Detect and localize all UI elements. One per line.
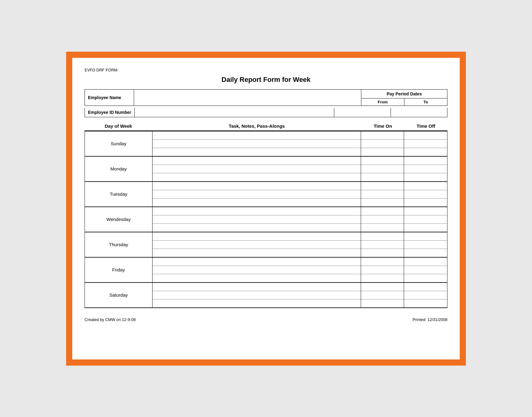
- tasks-line[interactable]: [153, 190, 361, 198]
- time-line[interactable]: [361, 241, 404, 249]
- pay-period-header: Pay Period Dates: [361, 90, 447, 98]
- page-title: Daily Report Form for Week: [85, 76, 447, 84]
- time-off-tuesday: [404, 182, 447, 206]
- time-line[interactable]: [361, 148, 404, 156]
- time-line[interactable]: [361, 215, 404, 224]
- inner-border: EVFD DRF FORM Daily Report Form for Week…: [70, 55, 462, 362]
- time-off-thursday: [404, 232, 447, 257]
- time-line[interactable]: [404, 224, 447, 232]
- time-line[interactable]: [404, 207, 447, 215]
- time-line[interactable]: [361, 165, 404, 173]
- time-line[interactable]: [361, 198, 404, 206]
- tasks-line[interactable]: [153, 131, 361, 140]
- tasks-monday: [153, 157, 361, 181]
- pay-date-from-input[interactable]: [334, 108, 391, 117]
- tasks-line[interactable]: [153, 157, 361, 165]
- time-line[interactable]: [361, 182, 404, 190]
- time-line[interactable]: [361, 140, 404, 148]
- tasks-line[interactable]: [153, 299, 361, 307]
- employee-id-input[interactable]: [135, 108, 334, 117]
- tasks-line[interactable]: [153, 165, 361, 173]
- time-off-monday: [404, 157, 447, 181]
- tasks-line[interactable]: [153, 232, 361, 241]
- tasks-line[interactable]: [153, 215, 361, 224]
- time-line[interactable]: [404, 131, 447, 140]
- time-line[interactable]: [404, 241, 447, 249]
- tasks-line[interactable]: [153, 182, 361, 190]
- tasks-thursday: [153, 232, 361, 257]
- time-line[interactable]: [404, 299, 447, 307]
- time-line[interactable]: [361, 291, 404, 299]
- day-sunday: Sunday: [85, 131, 153, 156]
- time-line[interactable]: [404, 182, 447, 190]
- form-title-area: EVFD DRF FORM: [85, 67, 447, 73]
- time-on-monday: [361, 157, 404, 181]
- time-line[interactable]: [361, 283, 404, 291]
- tasks-line[interactable]: [153, 283, 361, 291]
- time-off-sunday: [404, 131, 447, 156]
- outer-border: EVFD DRF FORM Daily Report Form for Week…: [66, 52, 466, 366]
- col-header-tasks: Task, Notes, Pass-Alongs: [152, 123, 361, 129]
- time-line[interactable]: [404, 157, 447, 165]
- tasks-line[interactable]: [153, 148, 361, 156]
- tasks-line[interactable]: [153, 173, 361, 181]
- tasks-line[interactable]: [153, 274, 361, 282]
- col-header-time-on: Time On: [361, 123, 404, 129]
- time-line[interactable]: [404, 266, 447, 274]
- time-line[interactable]: [361, 249, 404, 257]
- time-line[interactable]: [361, 266, 404, 274]
- time-line[interactable]: [361, 299, 404, 307]
- page: EVFD DRF FORM Daily Report Form for Week…: [72, 58, 460, 359]
- day-friday: Friday: [85, 258, 153, 282]
- time-on-wednesday: [361, 207, 404, 232]
- tasks-line[interactable]: [153, 249, 361, 257]
- tasks-line[interactable]: [153, 258, 361, 266]
- table-row: Saturday: [85, 282, 447, 308]
- time-line[interactable]: [404, 249, 447, 257]
- time-line[interactable]: [404, 148, 447, 156]
- time-line[interactable]: [361, 232, 404, 241]
- time-line[interactable]: [361, 207, 404, 215]
- col-header-time-off: Time Off: [404, 123, 447, 129]
- time-line[interactable]: [361, 131, 404, 140]
- time-line[interactable]: [404, 198, 447, 206]
- time-line[interactable]: [404, 232, 447, 241]
- time-line[interactable]: [361, 157, 404, 165]
- form-id: EVFD DRF FORM: [85, 68, 117, 72]
- tasks-line[interactable]: [153, 224, 361, 232]
- time-line[interactable]: [404, 274, 447, 282]
- tasks-line[interactable]: [153, 207, 361, 215]
- time-line[interactable]: [361, 274, 404, 282]
- tasks-line[interactable]: [153, 241, 361, 249]
- time-line[interactable]: [361, 258, 404, 266]
- table-row: Sunday: [85, 131, 447, 157]
- time-line[interactable]: [404, 258, 447, 266]
- pay-date-to-input[interactable]: [391, 108, 447, 117]
- time-line[interactable]: [404, 173, 447, 181]
- column-headers: Day of Week Task, Notes, Pass-Alongs Tim…: [85, 123, 447, 131]
- time-line[interactable]: [361, 190, 404, 198]
- pay-period-sub: From To: [361, 98, 447, 106]
- time-line[interactable]: [404, 165, 447, 173]
- time-line[interactable]: [361, 173, 404, 181]
- tasks-line[interactable]: [153, 140, 361, 148]
- day-thursday: Thursday: [85, 232, 153, 257]
- table-row: Tuesday: [85, 181, 447, 207]
- tasks-line[interactable]: [153, 291, 361, 299]
- time-line[interactable]: [404, 190, 447, 198]
- employee-name-input[interactable]: [134, 90, 361, 106]
- time-line[interactable]: [404, 140, 447, 148]
- time-line[interactable]: [404, 283, 447, 291]
- time-line[interactable]: [361, 224, 404, 232]
- table-row: Thursday: [85, 232, 447, 258]
- time-line[interactable]: [404, 215, 447, 224]
- employee-name-label: Employee Name: [85, 90, 134, 106]
- pay-period-section: Pay Period Dates From To: [361, 90, 447, 106]
- tasks-friday: [153, 258, 361, 282]
- tasks-line[interactable]: [153, 266, 361, 274]
- day-tuesday: Tuesday: [85, 182, 153, 206]
- header-row-2: Employee ID Number: [85, 108, 447, 117]
- pay-date-cells: [334, 108, 447, 117]
- tasks-line[interactable]: [153, 198, 361, 206]
- time-line[interactable]: [404, 291, 447, 299]
